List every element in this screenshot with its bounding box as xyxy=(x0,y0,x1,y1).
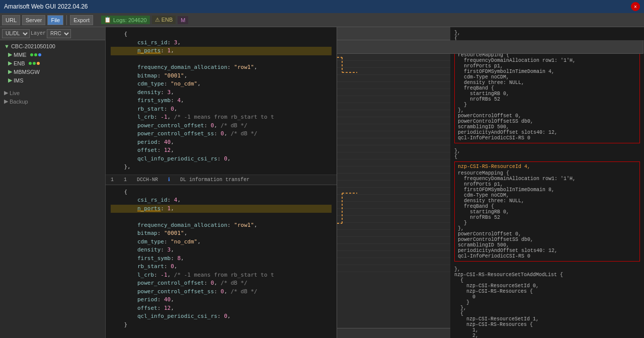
ims-folder-icon: ▶ xyxy=(8,77,12,83)
logs-label: Logs: 204620 xyxy=(113,17,147,23)
code-info-icon: ℹ xyxy=(168,177,170,183)
enb-dot2 xyxy=(33,62,36,65)
close-button[interactable]: × xyxy=(631,2,640,11)
main-area: UL/DL Layer RRC ▼ CBC-2021050100 ▶ MME xyxy=(0,27,644,338)
app-title: Amarisoft Web GUI 2022.04.26 xyxy=(4,3,631,10)
mbmsgw-folder-icon: ▶ xyxy=(8,68,12,75)
logs-icon: 📋 xyxy=(104,17,111,23)
folder-icon: ▼ xyxy=(4,43,10,49)
sidebar-item-backup[interactable]: ▶ Backup xyxy=(0,97,105,106)
mbmsgw-label: MBMSGW xyxy=(14,69,40,75)
mme-dot1 xyxy=(30,53,33,56)
root-label: CBC-2021050100 xyxy=(11,43,55,49)
logs-indicator: 📋 Logs: 204620 xyxy=(101,16,150,24)
enb-dot3 xyxy=(37,62,40,65)
sidebar-item-live[interactable]: ▶ Live xyxy=(0,89,105,97)
sidebar-toolbar: UL/DL Layer RRC xyxy=(0,27,105,40)
export-button[interactable]: Export xyxy=(70,15,93,25)
server-button[interactable]: Server xyxy=(22,15,45,25)
mme-dot3 xyxy=(38,53,41,56)
m-indicator: M xyxy=(178,16,188,24)
right-panel: }, { nzp-CSI-RS-ResourceId 3, resourceMa… xyxy=(450,27,644,338)
enb-dot1 xyxy=(29,62,32,65)
enb-warning-icon: ⚠ xyxy=(155,17,160,23)
live-expand-icon: ▶ xyxy=(4,90,8,96)
sidebar-item-ims[interactable]: ▶ IMS xyxy=(0,76,105,84)
rp-box1-content: resourceMapping { frequencyDomainAllocat… xyxy=(458,52,636,141)
code-top-content: { csi_rs_id: 3, n_ports: 1, frequency_do… xyxy=(111,30,332,172)
top-toolbar: URL Server File Export 📋 Logs: 204620 ⚠ … xyxy=(0,13,644,27)
sidebar-item-mme[interactable]: ▶ MME xyxy=(0,50,105,59)
code-bottom-content: { csi_rs_id: 4, n_ports: 1, frequency_do… xyxy=(111,188,332,329)
sidebar-item-enb[interactable]: ▶ ENB xyxy=(0,59,105,67)
enb-folder-icon: ▶ xyxy=(8,60,12,66)
code-dl-label: DL information transfer xyxy=(180,177,250,183)
layer-select[interactable]: RRC xyxy=(47,29,71,38)
enb-indicator: ⚠ ENB xyxy=(152,16,176,24)
rp-between: }, { xyxy=(454,148,640,159)
rp-after: }, nzp-CSI-RS-ResourceSetToAddModList { … xyxy=(454,267,640,338)
live-label: Live xyxy=(10,90,20,96)
sidebar-item-root[interactable]: ▼ CBC-2021050100 xyxy=(0,42,105,50)
rp-box2-content: resourceMapping { frequencyDomainAllocat… xyxy=(458,171,636,259)
rp-line1: }, xyxy=(454,30,640,36)
m-label: M xyxy=(181,17,185,23)
rp-intro: }, { xyxy=(454,30,640,41)
backup-label: Backup xyxy=(10,99,28,105)
titlebar: Amarisoft Web GUI 2022.04.26 × xyxy=(0,0,644,13)
mme-label: MME xyxy=(14,52,27,58)
file-button[interactable]: File xyxy=(47,15,63,25)
mme-dot2 xyxy=(34,53,37,56)
rp-box1: nzp-CSI-RS-ResourceId 3, resourceMapping… xyxy=(454,43,640,143)
code-dcch-label: DCCH-NR xyxy=(137,177,158,183)
separator xyxy=(66,15,67,25)
layer-label: Layer xyxy=(31,31,46,36)
code-status1: 1 xyxy=(111,177,114,183)
url-button[interactable]: URL xyxy=(2,15,20,25)
sidebar: UL/DL Layer RRC ▼ CBC-2021050100 ▶ MME xyxy=(0,27,106,338)
code-top-block: { csi_rs_id: 3, n_ports: 1, frequency_do… xyxy=(106,27,337,175)
enb-label: ENB xyxy=(14,60,25,66)
ul-dl-select[interactable]: UL/DL xyxy=(2,29,30,38)
code-status2: 1 xyxy=(124,177,127,183)
ims-label: IMS xyxy=(14,77,24,83)
sidebar-item-mbmsgw[interactable]: ▶ MBMSGW xyxy=(0,67,105,76)
enb-label: ENB xyxy=(162,17,173,23)
rp-box2-title: nzp-CSI-RS-ResourceId 4, xyxy=(458,164,636,170)
mme-folder-icon: ▶ xyxy=(8,51,12,58)
file-tree: ▼ CBC-2021050100 ▶ MME ▶ ENB xyxy=(0,40,105,338)
rp-box2: nzp-CSI-RS-ResourceId 4, resourceMapping… xyxy=(454,161,640,262)
code-area: { csi_rs_id: 3, n_ports: 1, frequency_do… xyxy=(106,27,337,338)
code-bottom-block: { csi_rs_id: 4, n_ports: 1, frequency_do… xyxy=(106,185,337,332)
backup-expand-icon: ▶ xyxy=(4,98,8,105)
